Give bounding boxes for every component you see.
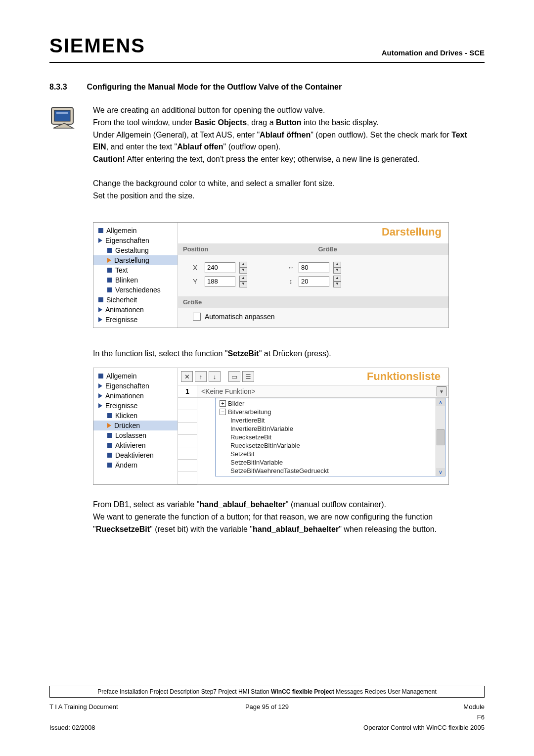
properties-panel-darstellung: Allgemein Eigenschaften Gestaltung Darst… bbox=[93, 222, 449, 328]
tree-ereignisse[interactable]: Ereignisse bbox=[93, 315, 178, 325]
auto-adjust-checkbox[interactable] bbox=[193, 313, 201, 321]
panel-title: Darstellung bbox=[178, 223, 448, 243]
width-input[interactable]: 80 bbox=[299, 262, 329, 273]
y-input[interactable]: 188 bbox=[205, 276, 235, 287]
scroll-down-button[interactable]: ∨ bbox=[436, 468, 445, 476]
tree2-aendern[interactable]: Ändern bbox=[93, 460, 178, 470]
tree-label: Ereignisse bbox=[105, 402, 137, 410]
tree-verschiedenes[interactable]: Verschiedenes bbox=[93, 285, 178, 295]
breadcrumb-pre: Preface Installation Project Description… bbox=[97, 688, 271, 695]
tree-label: Deaktivieren bbox=[115, 451, 154, 459]
breadcrumb-post: Messages Recipes User Management bbox=[334, 688, 437, 695]
siemens-logo: SIEMENS bbox=[49, 35, 145, 57]
width-spinner[interactable]: ▲▼ bbox=[333, 262, 341, 274]
tree-animationen[interactable]: Animationen bbox=[93, 305, 178, 315]
tree-label: Ereignisse bbox=[105, 316, 137, 324]
list-invertierebit[interactable]: InvertiereBit bbox=[216, 416, 445, 425]
expand-icon: + bbox=[220, 400, 226, 407]
tree-label: Aktivieren bbox=[115, 441, 145, 449]
tree-label: Klicken bbox=[115, 412, 137, 420]
tree-label: Eigenschaften bbox=[105, 236, 149, 244]
auto-adjust-label: Automatisch anpassen bbox=[205, 313, 275, 321]
list-setzebitwaehrendtastegedrueckt[interactable]: SetzeBitWaehrendTasteGedrueckt bbox=[216, 467, 445, 475]
tree-eigenschaften[interactable]: Eigenschaften bbox=[93, 236, 178, 245]
x-input[interactable]: 240 bbox=[205, 262, 235, 273]
p3-l2b: RuecksetzeBit bbox=[96, 525, 150, 533]
tree-blinken[interactable]: Blinken bbox=[93, 275, 178, 285]
tree2-aktivieren[interactable]: Aktivieren bbox=[93, 440, 178, 450]
tree-gestaltung[interactable]: Gestaltung bbox=[93, 245, 178, 255]
toolbar-view1-button[interactable]: ▭ bbox=[228, 371, 240, 382]
p3-l1b: hand_ablauf_behaelter bbox=[200, 500, 286, 509]
list-setzebitinvariable[interactable]: SetzeBitInVariable bbox=[216, 458, 445, 467]
footer-module-code: F6 bbox=[289, 713, 485, 721]
p3-l2c: " (reset bit) with the variable " bbox=[150, 525, 253, 533]
tree2-allgemein[interactable]: Allgemein bbox=[93, 371, 178, 381]
list-bilder[interactable]: +Bilder bbox=[216, 399, 445, 408]
tree-label: Text bbox=[115, 266, 128, 274]
p1-l2c: , drag a bbox=[247, 118, 276, 127]
tree-sicherheit[interactable]: Sicherheit bbox=[93, 295, 178, 305]
function-dropdown[interactable]: <Keine Funktion> ▼ bbox=[197, 385, 448, 398]
tree2-deaktivieren[interactable]: Deaktivieren bbox=[93, 450, 178, 460]
tree-allgemein[interactable]: Allgemein bbox=[93, 226, 178, 236]
scroll-thumb[interactable] bbox=[437, 429, 445, 445]
breadcrumb: Preface Installation Project Description… bbox=[49, 686, 485, 698]
p1-l4b: After entering the text, don't press the… bbox=[125, 155, 419, 163]
toolbar-delete-button[interactable]: ✕ bbox=[181, 371, 193, 382]
tree-label: Blinken bbox=[115, 276, 138, 284]
function-listbox[interactable]: ∧ ∨ +Bilder −Bitverarbeitung InvertiereB… bbox=[215, 398, 445, 476]
height-spinner[interactable]: ▲▼ bbox=[333, 276, 341, 287]
tree-text[interactable]: Text bbox=[93, 265, 178, 275]
tree-label: Verschiedenes bbox=[115, 286, 161, 294]
list-ruecksetzebitinvariable[interactable]: RuecksetzeBitInVariable bbox=[216, 441, 445, 450]
tree-label: Eigenschaften bbox=[105, 382, 149, 390]
chevron-down-icon: ▼ bbox=[437, 386, 446, 396]
properties-panel-funktionsliste: Allgemein Eigenschaften Animationen Erei… bbox=[93, 368, 449, 485]
p1-l3f: Ablauf offen bbox=[177, 142, 223, 151]
p3-l1c: " (manual outflow container). bbox=[286, 500, 386, 509]
p1-l1: We are creating an additional button for… bbox=[93, 106, 325, 114]
p1-l2a: From the tool window, under bbox=[93, 118, 194, 127]
tree2-ereignisse[interactable]: Ereignisse bbox=[93, 401, 178, 411]
mid-l1b: SetzeBit bbox=[228, 349, 259, 358]
p2-l1: Change the background color to white, an… bbox=[93, 179, 335, 188]
panel2-title: Funktionsliste bbox=[256, 370, 445, 383]
tree2-druecken[interactable]: Drücken bbox=[93, 421, 178, 430]
mid-l1a: In the function list, select the functio… bbox=[93, 349, 228, 358]
p1-l3c: " (open outflow). Set the check mark for bbox=[311, 131, 451, 139]
collapse-icon: − bbox=[220, 409, 226, 415]
scroll-up-button[interactable]: ∧ bbox=[436, 398, 445, 406]
x-spinner[interactable]: ▲▼ bbox=[239, 262, 247, 274]
tree-label: Loslassen bbox=[115, 431, 146, 439]
toolbar-view2-button[interactable]: ☰ bbox=[242, 371, 254, 382]
tree2-klicken[interactable]: Klicken bbox=[93, 411, 178, 421]
tree2-loslassen[interactable]: Loslassen bbox=[93, 430, 178, 440]
list-bitverarbeitung[interactable]: −Bitverarbeitung bbox=[216, 408, 445, 416]
list-item-label: SetzeBitInVariable bbox=[230, 459, 283, 466]
list-setzebit[interactable]: SetzeBit bbox=[216, 450, 445, 458]
height-input[interactable]: 20 bbox=[299, 276, 329, 287]
tree-darstellung[interactable]: Darstellung bbox=[93, 255, 178, 265]
p3-l2e: " when releasing the button. bbox=[339, 525, 437, 533]
breadcrumb-current: WinCC flexible Project bbox=[271, 688, 334, 695]
list-ruecksetzebit[interactable]: RuecksetzeBit bbox=[216, 433, 445, 441]
toolbar-up-button[interactable]: ↑ bbox=[195, 371, 207, 382]
tree2-animationen[interactable]: Animationen bbox=[93, 391, 178, 401]
tree-label: Animationen bbox=[105, 306, 144, 314]
list-item-label: SetzeBitWaehrendTasteGedrueckt bbox=[230, 467, 329, 474]
mid-l1c: " at Drücken (press). bbox=[259, 349, 331, 358]
tree2-eigenschaften[interactable]: Eigenschaften bbox=[93, 381, 178, 391]
tree-label: Ändern bbox=[115, 461, 137, 469]
footer-module: Module bbox=[289, 703, 485, 710]
group-position: Position bbox=[178, 243, 313, 255]
p2-l2: Set the position and the size. bbox=[93, 191, 194, 200]
list-item-label: InvertiereBit bbox=[230, 417, 265, 424]
function-dropdown-label: <Keine Funktion> bbox=[201, 387, 256, 395]
section-number: 8.3.3 bbox=[49, 83, 67, 92]
y-spinner[interactable]: ▲▼ bbox=[239, 276, 247, 287]
svg-rect-3 bbox=[56, 112, 68, 114]
list-invertierebitinvariable[interactable]: InvertiereBitInVariable bbox=[216, 425, 445, 433]
p1-l2b: Basic Objects bbox=[194, 118, 247, 127]
toolbar-down-button[interactable]: ↓ bbox=[209, 371, 221, 382]
